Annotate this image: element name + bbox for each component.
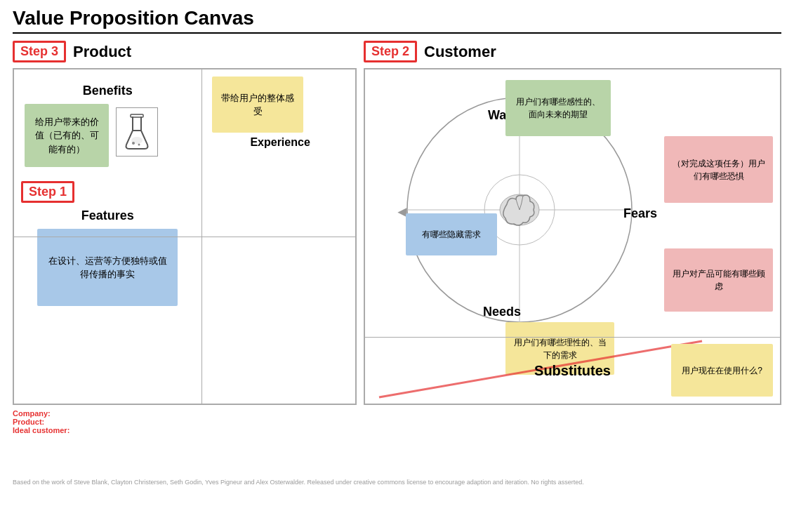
substitutes-note: 用户现在在使用什么? <box>671 344 773 397</box>
substitutes-label: Substitutes <box>534 363 611 379</box>
product-left-col: Benefits 给用户带来的价值（已有的、可能有的） <box>21 84 198 306</box>
features-note: 在设计、运营等方便独特或值得传播的事实 <box>37 229 178 306</box>
svg-point-3 <box>132 142 135 145</box>
product-title: Product <box>73 43 131 61</box>
svg-rect-5 <box>131 114 143 117</box>
product-horizontal-divider <box>14 237 355 237</box>
step1-badge: Step 1 <box>21 181 74 203</box>
customer-title: Customer <box>424 43 496 61</box>
company-label: Company: <box>13 409 51 418</box>
fears-label: Fears <box>623 206 657 221</box>
ideal-customer-row: Ideal customer: <box>13 426 357 434</box>
footer-attribution: Based on the work of Steve Blank, Clayto… <box>13 479 781 486</box>
product-row: Product: <box>13 418 357 426</box>
title-divider <box>13 32 781 34</box>
benefits-content: 给用户带来的价值（已有的、可能有的） <box>21 104 194 167</box>
step2-badge: Step 2 <box>364 41 417 62</box>
svg-point-4 <box>138 144 140 146</box>
step3-badge: Step 3 <box>13 41 66 62</box>
product-section: Step 3 Product Benefits 给用户带来的价值（已有的、可能有… <box>13 41 357 476</box>
customer-canvas: ◄ <box>364 68 781 405</box>
needs-label: Needs <box>483 305 521 319</box>
step1-inner: Step 1 <box>21 181 194 203</box>
company-row: Company: <box>13 409 357 418</box>
ideal-customer-label: Ideal customer: <box>13 426 70 434</box>
fears-note-2: 用户对产品可能有哪些顾虑 <box>664 248 773 312</box>
product-box: Benefits 给用户带来的价值（已有的、可能有的） <box>13 68 357 405</box>
step1-section: Step 1 Features 在设计、运营等方便独特或值得传播的事实 <box>21 181 194 306</box>
features-label: Features <box>21 208 194 223</box>
product-label: Product: <box>13 418 44 426</box>
page-title: Value Proposition Canvas <box>13 7 781 29</box>
page-wrapper: Value Proposition Canvas Step 3 Product … <box>0 0 794 532</box>
wants-note: 用户们有哪些感性的、面向未来的期望 <box>505 80 611 136</box>
customer-section: Step 2 Customer ◄ <box>364 41 781 476</box>
fears-note-1: （对完成这项任务）用户们有哪些恐惧 <box>664 136 773 203</box>
bottom-info: Company: Product: Ideal customer: <box>13 409 357 434</box>
canvas-area: Step 3 Product Benefits 给用户带来的价值（已有的、可能有… <box>13 41 781 476</box>
hidden-needs-note: 有哪些隐藏需求 <box>406 213 497 255</box>
experience-note: 带给用户的整体感受 <box>212 77 303 133</box>
experience-label: Experience <box>212 136 348 149</box>
benefits-note: 给用户带来的价值（已有的、可能有的） <box>25 104 109 167</box>
flask-icon <box>116 107 158 157</box>
step2-header: Step 2 Customer <box>364 41 781 62</box>
step3-header: Step 3 Product <box>13 41 357 62</box>
product-right-col: 带给用户的整体感受 Experience <box>205 69 355 156</box>
benefits-label: Benefits <box>21 84 194 98</box>
